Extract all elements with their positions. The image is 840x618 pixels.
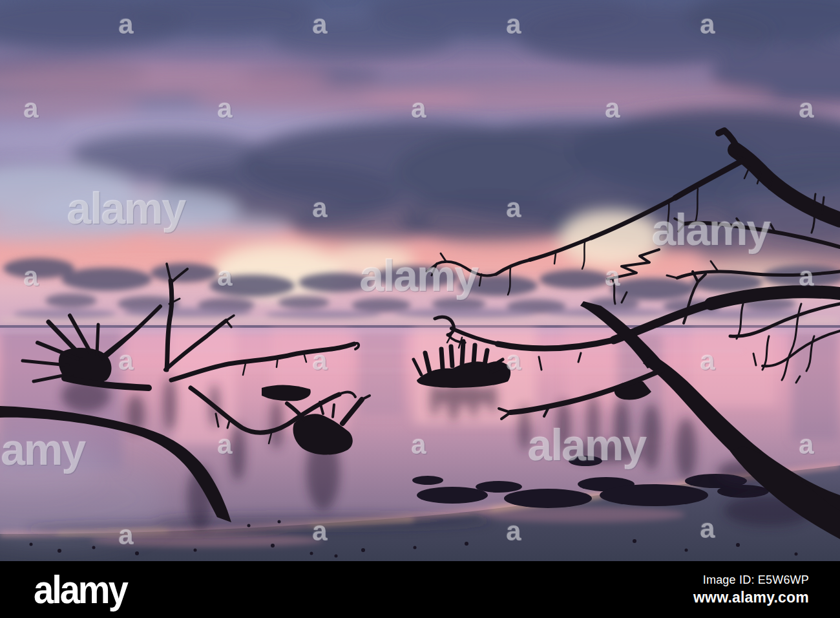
sun-glow-secondary xyxy=(559,209,662,266)
image-id-text: Image ID: E5W6WP xyxy=(693,573,809,587)
footer-bar: alamy Image ID: E5W6WP www.alamy.com xyxy=(0,561,840,618)
photo-canvas xyxy=(0,0,840,561)
stock-photo-page: aaaaaaaaaaaaaaaaaaaaaaaaaaalamyalamyalam… xyxy=(0,0,840,618)
image-meta: Image ID: E5W6WP www.alamy.com xyxy=(693,573,809,606)
website-text: www.alamy.com xyxy=(693,589,809,606)
alamy-logo: alamy xyxy=(34,572,127,607)
sunset-beach-photo: aaaaaaaaaaaaaaaaaaaaaaaaaaalamyalamyalam… xyxy=(0,0,840,561)
